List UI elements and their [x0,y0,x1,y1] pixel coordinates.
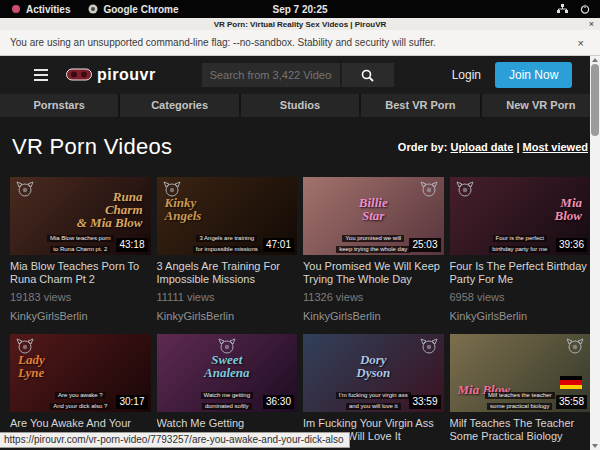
caption-line-2: to Runa Charm pt. 2 [50,246,110,253]
caption-line-1: I'm fucking your virgin ass [336,392,411,399]
video-thumbnail[interactable]: Sweet Analena Watch me getting dominated… [157,334,298,412]
page-title: VR Porn Videos [12,134,172,160]
duration-badge: 33:59 [409,395,440,409]
video-title[interactable]: You Promised We Will Keep Trying The Who… [303,260,444,286]
duration-badge: 35:58 [556,395,587,409]
duration-badge: 25:03 [409,238,440,252]
studio-link[interactable]: KinkyGirlsBerlin [10,310,151,322]
video-title[interactable]: Mia Blow Teaches Porn To Runa Charm Pt 2 [10,260,151,286]
vr-goggles-icon [66,68,92,82]
caption-line-2: dominated softly [202,403,252,410]
caption-line-2: some practical biology [487,403,552,410]
view-count: 11111 views [157,291,298,303]
scroll-down-icon[interactable] [592,444,598,448]
scrollbar-thumb[interactable] [591,64,599,136]
caption-line-1: Four is the perfect [493,235,547,242]
chrome-icon [88,4,98,14]
site-header: pirouvr Login Join Now [0,56,600,94]
caption-line-1: Milf teaches the teacher [485,392,555,399]
video-title[interactable]: Four Is The Perfect Birthday Party For M… [450,260,591,286]
duration-badge: 30:17 [116,395,147,409]
caption-line-1: 3 Angels are training [196,235,257,242]
caption-line-2: keep trying the whole day [336,246,410,253]
video-thumbnail[interactable]: Billie Star You promised we will keep tr… [303,177,444,255]
tab-title: VR Porn: Virtual Reality Sex Videos | Pi… [214,20,387,29]
studio-link[interactable]: KinkyGirlsBerlin [450,310,591,322]
nav-item-categories[interactable]: Categories [120,94,238,117]
system-bar: Activities Google Chrome Sep 7 20:25 [0,0,600,18]
duration-badge: 39:36 [556,238,587,252]
tab-close-icon[interactable]: × [589,19,594,29]
warning-message: You are using an unsupported command-lin… [10,37,436,48]
warning-close-icon[interactable]: × [578,37,590,49]
browser-tab-bar: VR Porn: Virtual Reality Sex Videos | Pi… [0,18,600,30]
order-by-most-viewed-link[interactable]: Most viewed [523,141,588,153]
view-count: 11326 views [303,291,444,303]
record-indicator-icon [12,5,20,13]
nav-item-best-vr-porn[interactable]: Best VR Porn [361,94,479,117]
nav-item-new-vr-porn[interactable]: New VR Porn [482,94,600,117]
search-button[interactable] [342,63,394,87]
join-now-button[interactable]: Join Now [495,62,572,88]
video-card[interactable]: Mia Blow Milf teaches the teacher some p… [450,334,591,450]
chrome-menu-button[interactable]: Google Chrome [103,4,178,15]
order-by-upload-date-link[interactable]: Upload date [450,141,513,153]
caption-line-2: birthday party for me [489,246,550,253]
nav-item-pornstars[interactable]: Pornstars [0,94,118,117]
video-grid: Runa Charm & Mia Blow Mia Blow teaches p… [0,165,600,450]
order-by-separator: | [516,141,519,153]
video-title[interactable]: Milf Teaches The Teacher Some Practical … [450,417,591,443]
site-logo-text: pirouvr [97,66,156,84]
caption-line-1: Watch me getting [201,392,253,399]
power-icon[interactable] [580,4,590,14]
activities-button[interactable]: Activities [26,4,70,15]
video-thumbnail[interactable]: Runa Charm & Mia Blow Mia Blow teaches p… [10,177,151,255]
main-nav: Pornstars Categories Studios Best VR Por… [0,94,600,117]
video-thumbnail[interactable]: Dory Dyson I'm fucking your virgin ass a… [303,334,444,412]
scrollbar[interactable] [590,56,600,450]
caption-line-2: And your dick also ? [50,403,110,410]
warning-bar: You are using an unsupported command-lin… [0,30,600,56]
search-input[interactable] [202,63,340,87]
nav-item-studios[interactable]: Studios [241,94,359,117]
caption-line-2: and you will love it [346,403,401,410]
studio-link[interactable]: KinkyGirlsBerlin [157,310,298,322]
screen: Activities Google Chrome Sep 7 20:25 VR … [0,0,600,450]
search-icon [361,69,374,82]
video-thumbnail[interactable]: Lady Lyne Are you awake ? And your dick … [10,334,151,412]
search-bar [202,63,394,87]
caption-line-1: Are you awake ? [55,392,106,399]
video-card[interactable]: Runa Charm & Mia Blow Mia Blow teaches p… [10,177,151,322]
video-card[interactable]: Kinky Angels 3 Angels are training for i… [157,177,298,322]
video-thumbnail[interactable]: Kinky Angels 3 Angels are training for i… [157,177,298,255]
order-by-controls: Order by: Upload date | Most viewed [398,141,588,153]
order-by-label: Order by: [398,141,448,153]
view-count: 19183 views [10,291,151,303]
scroll-up-icon[interactable] [592,58,598,62]
video-thumbnail[interactable]: Mia Blow Milf teaches the teacher some p… [450,334,591,412]
video-card[interactable]: Mia Blow Four is the perfect birthday pa… [450,177,591,322]
network-icon[interactable] [557,4,568,14]
duration-badge: 43:18 [116,238,147,252]
caption-line-1: You promised we will [342,235,404,242]
site-logo[interactable]: pirouvr [66,66,156,84]
video-thumbnail[interactable]: Mia Blow Four is the perfect birthday pa… [450,177,591,255]
view-count: 6958 views [450,291,591,303]
web-page: pirouvr Login Join Now Pornstars Categor… [0,56,600,450]
status-bar-url: https://pirouvr.com/vr-porn-video/779325… [0,432,350,448]
page-header: VR Porn Videos Order by: Upload date | M… [0,117,600,165]
thumbnail-overlay-title: Mia Blow [450,334,591,396]
caption-line-2: for impossible missions [193,246,261,253]
studio-link[interactable]: KinkyGirlsBerlin [303,310,444,322]
video-card[interactable]: Billie Star You promised we will keep tr… [303,177,444,322]
video-title[interactable]: 3 Angels Are Training For Impossible Mis… [157,260,298,286]
duration-badge: 47:01 [263,238,294,252]
login-link[interactable]: Login [452,68,481,82]
caption-line-1: Mia Blow teaches porn [47,235,114,242]
duration-badge: 36:30 [263,395,294,409]
hamburger-menu-icon[interactable] [34,69,48,81]
